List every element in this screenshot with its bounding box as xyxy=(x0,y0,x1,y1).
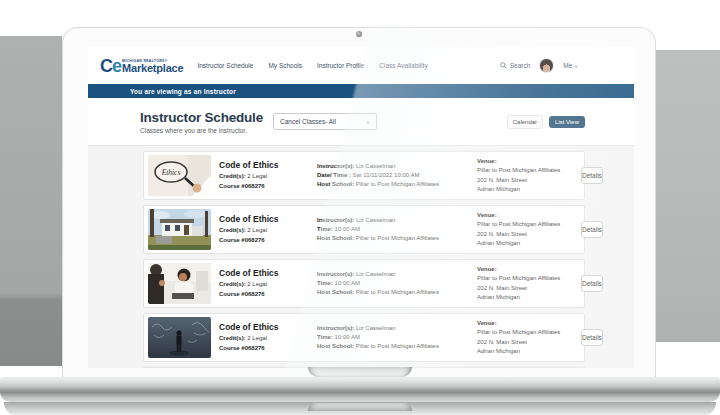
laptop-screen: Ce MICHIGAN REALTORS® Marketplace Instru… xyxy=(88,47,634,368)
list-view-button[interactable]: List View xyxy=(549,116,585,128)
details-button[interactable]: Details xyxy=(581,167,603,184)
list-item: Code of Ethics Credit(s): 2 Legal Course… xyxy=(143,205,585,254)
cancel-classes-dropdown[interactable]: Cancel Classes- All ∨ xyxy=(273,113,377,130)
class-title: Code of Ethics xyxy=(219,268,317,278)
class-thumbnail-man-chalkboard-doodles xyxy=(148,317,211,358)
laptop-mockup: Ce MICHIGAN REALTORS® Marketplace Instru… xyxy=(0,0,720,415)
page-subtitle: Classes where you are the instructor. xyxy=(140,127,263,134)
chevron-down-icon: ∨ xyxy=(366,119,370,125)
logo-ce-mark: Ce xyxy=(100,59,121,73)
background-monitor-right-edge xyxy=(656,50,720,342)
nav-instructor-schedule[interactable]: Instructor Schedule xyxy=(197,62,253,69)
nav-instructor-profile[interactable]: Instructor Profile xyxy=(317,62,364,69)
logo-wordmark: Marketplace xyxy=(122,63,183,73)
ce-marketplace-logo[interactable]: Ce MICHIGAN REALTORS® Marketplace xyxy=(100,59,183,73)
class-title: Code of Ethics xyxy=(219,160,317,170)
page-title: Instructor Schedule xyxy=(140,110,263,125)
nav-class-availability[interactable]: Class Availability xyxy=(379,62,427,69)
course-number: Course #068276 xyxy=(219,291,265,297)
main-nav: Instructor Schedule My Schools Instructo… xyxy=(197,62,427,69)
class-title: Code of Ethics xyxy=(219,322,317,332)
viewing-as-banner-text: You are viewing as an Instructor xyxy=(130,88,236,95)
me-menu[interactable]: Me ∨ xyxy=(563,62,578,69)
details-button[interactable]: Details xyxy=(581,329,603,346)
svg-text:Ethics: Ethics xyxy=(161,168,181,177)
laptop-base xyxy=(0,377,720,402)
course-number: Course #068276 xyxy=(219,237,265,243)
class-thumbnail-ethics-circled-word: Ethics xyxy=(148,155,211,196)
list-item: Code of Ethics Credit(s): 2 Legal Course… xyxy=(143,313,585,362)
chevron-down-icon: ∨ xyxy=(574,63,578,69)
course-number: Course #068276 xyxy=(219,183,265,189)
me-label: Me xyxy=(563,62,572,69)
class-thumbnail-office-people xyxy=(148,263,211,304)
nav-my-schools[interactable]: My Schools xyxy=(268,62,302,69)
class-list: Ethics Code of Ethics Credit(s): 2 Legal… xyxy=(88,145,634,368)
avatar[interactable] xyxy=(539,58,554,73)
page-head: Instructor Schedule Classes where you ar… xyxy=(88,98,634,145)
list-item: Code of Ethics Credit(s): 2 Legal Course… xyxy=(143,259,585,308)
class-thumbnail-house-exterior xyxy=(148,209,211,250)
list-item: Ethics Code of Ethics Credit(s): 2 Legal… xyxy=(143,151,585,200)
details-button[interactable]: Details xyxy=(581,221,603,238)
app-header: Ce MICHIGAN REALTORS® Marketplace Instru… xyxy=(88,47,634,84)
calendar-button[interactable]: Calendar xyxy=(507,115,543,129)
cancel-classes-dropdown-value: Cancel Classes- All xyxy=(280,118,336,125)
details-button[interactable]: Details xyxy=(581,275,603,292)
class-title: Code of Ethics xyxy=(219,214,317,224)
course-number: Course #068276 xyxy=(219,345,265,351)
search-label: Search xyxy=(510,62,531,69)
laptop-base-reflection-notch xyxy=(308,403,412,411)
viewing-as-banner: You are viewing as an Instructor xyxy=(88,84,634,98)
search-icon xyxy=(500,62,507,69)
laptop-lid-notch xyxy=(308,367,412,377)
background-monitor-left-edge xyxy=(0,36,62,366)
laptop-webcam xyxy=(356,31,362,37)
search-button[interactable]: Search xyxy=(500,62,531,69)
header-right-group: Search Me ∨ xyxy=(500,58,578,73)
